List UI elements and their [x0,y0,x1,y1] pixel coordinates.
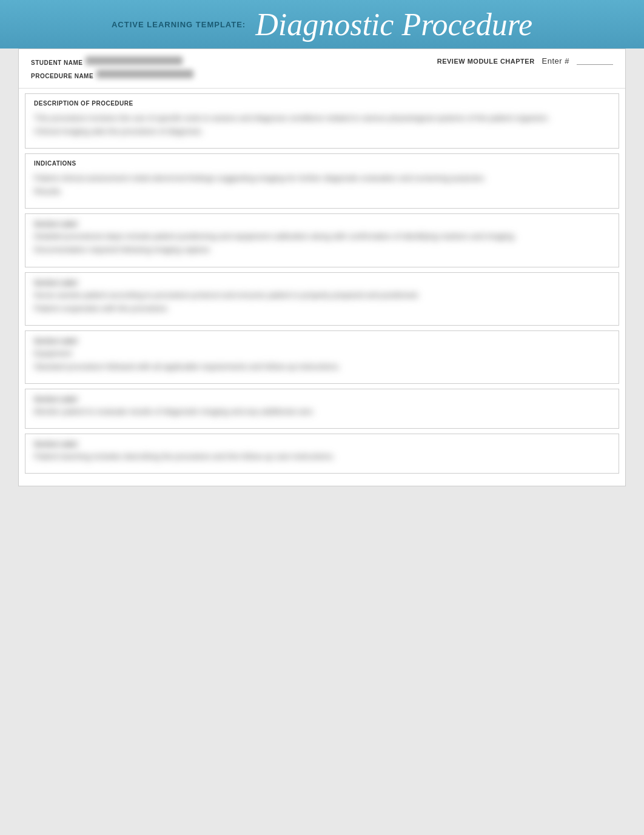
enter-number-label: Enter # [542,56,569,65]
student-name-label: STUDENT NAME [31,59,82,66]
indications-text-1: Patient clinical assessment noted abnorm… [34,173,486,183]
section3-label: Section Label [34,220,610,227]
section5-content: Section Label Equipment Standard procedu… [34,337,610,374]
section7-label: Section Label [34,440,610,448]
section4: Section Label Nurse assists patient acco… [25,272,619,326]
review-module-info: REVIEW MODULE CHAPTER Enter # [437,56,613,65]
indications-title: INDICATIONS [34,160,610,167]
section6-label: Section Label [34,395,610,403]
section7-text-1: Patient teaching includes describing the… [34,452,335,461]
enter-number-value[interactable] [577,57,613,65]
section4-label: Section Label [34,279,610,286]
template-title: Diagnostic Procedure [255,7,532,42]
procedure-name-label: PROCEDURE NAME [31,73,93,79]
review-module-label: REVIEW MODULE CHAPTER [437,58,535,65]
description-section: DESCRIPTION OF PROCEDURE This procedure … [25,93,619,149]
section6-text-1: Monitor patient to evaluate results of d… [34,407,315,416]
student-name-value [86,56,183,65]
section3-text-2: Documentation required following imaging… [34,245,212,254]
description-title: DESCRIPTION OF PROCEDURE [34,100,610,107]
indications-section: INDICATIONS Patient clinical assessment … [25,153,619,209]
main-content: STUDENT NAME PROCEDURE NAME REVIEW MODUL… [18,49,626,486]
description-content: This procedure involves the use of speci… [34,112,610,138]
section6: Section Label Monitor patient to evaluat… [25,389,619,429]
section4-text-1: Nurse assists patient according to proce… [34,290,420,300]
section4-text-2: Patient cooperates with the procedure. [34,304,169,313]
section7-content: Section Label Patient teaching includes … [34,440,610,463]
student-name-row: STUDENT NAME [31,56,193,67]
template-label: ACTIVE LEARNING TEMPLATE: [112,20,246,29]
page-wrapper: ACTIVE LEARNING TEMPLATE: Diagnostic Pro… [0,0,644,835]
section3-text-1: Detailed procedural steps include patien… [34,232,516,241]
student-info: STUDENT NAME PROCEDURE NAME [31,56,193,81]
section5: Section Label Equipment Standard procedu… [25,330,619,384]
procedure-name-row: PROCEDURE NAME [31,70,193,81]
info-bar: STUDENT NAME PROCEDURE NAME REVIEW MODUL… [19,49,625,89]
indications-text-2: Results. [34,187,62,196]
section6-content: Section Label Monitor patient to evaluat… [34,395,610,418]
header: ACTIVE LEARNING TEMPLATE: Diagnostic Pro… [0,0,644,49]
section7: Section Label Patient teaching includes … [25,434,619,474]
section5-label: Section Label [34,337,610,344]
section4-content: Section Label Nurse assists patient acco… [34,279,610,315]
indications-content: Patient clinical assessment noted abnorm… [34,172,610,198]
section5-text-1: Equipment [34,349,72,358]
section3-content: Section Label Detailed procedural steps … [34,220,610,257]
section3: Section Label Detailed procedural steps … [25,213,619,267]
description-text-1: This procedure involves the use of speci… [34,113,550,122]
section5-text-2: Standard procedure followed with all app… [34,362,340,371]
description-text-2: Clinical imaging aids the procedure of d… [34,127,203,136]
procedure-name-value [96,70,193,78]
